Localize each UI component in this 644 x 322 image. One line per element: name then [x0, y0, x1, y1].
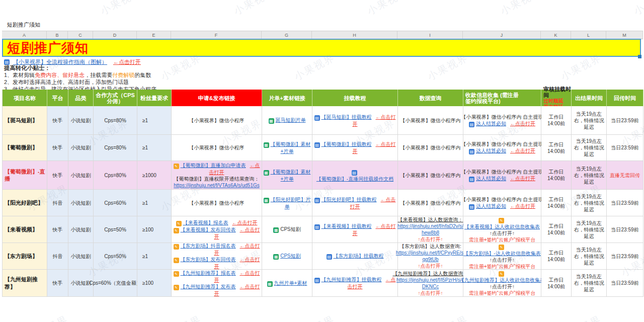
link[interactable]: ←点击打开	[232, 220, 258, 225]
column-header[interactable]: 项目名称	[3, 90, 47, 106]
link[interactable]: 【葡萄微剧】素材+片单	[271, 141, 311, 154]
link[interactable]: 【东方剧场】-达人收款信息收集表	[463, 251, 540, 256]
column-letter-C[interactable]: C	[68, 31, 93, 39]
link[interactable]: 【东方剧场】挂载教程	[334, 253, 384, 259]
column-header[interactable]: 收款信息收集 (需注册签约报税平台)	[463, 90, 541, 106]
link[interactable]: ←点击打开	[510, 176, 535, 181]
link[interactable]: 【葡萄微剧】挂载教程	[321, 141, 372, 147]
column-header[interactable]: 合作方式（CPS分佣）	[94, 90, 137, 106]
cell: ≥1	[137, 243, 172, 270]
cell: 【东方剧场】	[3, 243, 47, 270]
text: 当天19点左右，特殊情况延迟	[574, 138, 604, 157]
link[interactable]: CPS短剧	[280, 253, 301, 259]
cell: ▤【来看视频】挂载教程←点击打开	[312, 216, 398, 243]
link[interactable]: 【来看视频】挂载教程	[321, 223, 372, 229]
text: 工作日14:00前	[547, 223, 565, 235]
column-letter-L[interactable]: L	[571, 31, 606, 39]
link[interactable]: 【葡萄微剧】-直播间挂载操作文档	[316, 176, 393, 182]
text: 的集数	[134, 72, 151, 78]
cell: 当日23:59前	[607, 190, 643, 216]
link[interactable]: https://jinshuju.net/f/l5PzrH/s/o	[396, 277, 464, 283]
cell: 抖音	[47, 190, 68, 216]
form-icon: ✎	[174, 271, 179, 277]
link[interactable]: ←点击打开	[510, 148, 535, 153]
link[interactable]: 九州片单+素材	[274, 280, 307, 286]
column-header[interactable]: 粉丝量要求	[137, 90, 172, 106]
text: 小说短剧	[71, 200, 91, 206]
cell: 当日23:59前	[607, 106, 643, 135]
column-letter-G[interactable]: G	[262, 31, 312, 39]
column-letter-A[interactable]: A	[2, 31, 47, 39]
link[interactable]: 【九州短剧推荐】达人收款信息收集表	[459, 277, 545, 283]
text: 【东方剧场】达人数据查询:	[399, 244, 461, 249]
watermark-text: 小果视界	[231, 0, 277, 18]
column-letter-I[interactable]: I	[397, 31, 463, 39]
link[interactable]: ←点击打开	[510, 203, 535, 209]
cell: 【东方剧场】达人数据查询:https://jinshuju.net/f/CPxy…	[398, 243, 463, 270]
text: 【九州短剧推荐】	[5, 276, 38, 289]
form-icon: ✎	[174, 164, 179, 169]
link[interactable]: 达人结算必知	[476, 121, 506, 126]
doc-icon: ▤	[4, 59, 10, 65]
column-letter-H[interactable]: H	[312, 31, 397, 39]
column-letter-F[interactable]: F	[171, 31, 262, 39]
link[interactable]: https://jinshuju.net/f/VTAs6A/s/ud51Gs	[174, 183, 259, 188]
column-letter-D[interactable]: D	[93, 31, 137, 39]
link[interactable]: 【九州短剧推荐】挂载教程	[321, 277, 382, 282]
link[interactable]: DKNCc	[422, 284, 439, 289]
link[interactable]: https://jinshuju.net/f/nfaD2v/s/	[397, 223, 463, 229]
doc-icon: ▤	[469, 204, 474, 210]
watermark-text: 小果视界	[0, 0, 10, 18]
column-header[interactable]: 出结果时间	[572, 90, 607, 106]
column-header[interactable]: 挂载教程	[312, 90, 398, 106]
link[interactable]: https://jinshuju.net/f/CPxyRE/s/	[396, 250, 465, 256]
link[interactable]: 【九州短剧推荐】报名表	[181, 270, 236, 276]
link[interactable]: 【来看视频】报名表	[183, 220, 228, 225]
text: ≥1	[142, 145, 148, 150]
link[interactable]: 【阳光好剧吧】挂载教程	[321, 197, 377, 202]
column-letter-J[interactable]: J	[463, 31, 541, 39]
link[interactable]: 【东方剧场】抖音报名表	[181, 243, 236, 249]
link[interactable]: 【阳光好剧吧】片单	[271, 197, 311, 209]
link[interactable]: 【斑马短剧】挂载教程	[321, 114, 372, 120]
cell: 【小果视界】微信小程序内 自主提现▤达人结算必知←点击打开	[463, 106, 541, 135]
cell: 【斑马短剧】	[3, 106, 47, 135]
link[interactable]: qg9tUb	[422, 257, 438, 262]
link[interactable]: 斑马短剧片单	[276, 117, 306, 123]
sheet-icon: ▦	[269, 118, 274, 124]
column-header[interactable]: 回传时间	[607, 90, 643, 106]
cell: 直播无需回传	[607, 161, 643, 190]
column-letter-B[interactable]: B	[47, 31, 68, 39]
link[interactable]: 达人结算必知	[476, 203, 506, 209]
cell: 【小果视界】微信小程序内	[398, 190, 463, 216]
column-letter-M[interactable]: M	[606, 31, 643, 39]
column-header[interactable]: 审核挂载时间过时顺延周末顺延	[541, 90, 572, 106]
link[interactable]: 达人结算必知	[476, 148, 506, 153]
cell: 快手	[47, 161, 68, 190]
promo-table: 项目名称平台品类合作方式（CPS分佣）粉丝量要求申请&发布链接片单+素材链接挂载…	[2, 90, 643, 297]
text: ≥1	[142, 200, 148, 206]
column-header[interactable]: 品类	[68, 90, 94, 106]
column-letter-E[interactable]: E	[137, 31, 171, 39]
link[interactable]: 【葡萄微剧】直播加白申请表	[181, 163, 246, 168]
link[interactable]: 【东方剧场】发布回传表	[181, 257, 236, 262]
link[interactable]: 【来看视频】达人收款信息收集表	[464, 224, 540, 229]
column-header[interactable]: 数据查询	[398, 90, 463, 106]
column-header[interactable]: 申请&发布链接	[172, 90, 262, 106]
link[interactable]: hew8b8	[422, 230, 439, 235]
spreadsheet-app: 短剧推广须知 ABCDEFGHIJKLM 短剧推广须知 ▤ 【小果视界】全流程操…	[0, 0, 644, 322]
link[interactable]: 【葡萄微剧】素材+片单	[271, 169, 311, 182]
column-letter-K[interactable]: K	[541, 31, 571, 39]
link[interactable]: ←点击打开	[510, 121, 535, 126]
selection-handle[interactable]	[638, 55, 641, 58]
column-header[interactable]: 平台	[47, 90, 68, 106]
cell: 当日23:59前	[607, 216, 643, 243]
sheet-tab[interactable]: 短剧推广须知	[7, 21, 40, 29]
link[interactable]: 【来看视频】发布回传表	[181, 227, 236, 232]
text: 工作日14:00前	[547, 277, 565, 289]
cell: 快手	[47, 216, 68, 243]
link[interactable]: 达人结算必知	[476, 176, 506, 181]
link[interactable]: 【九州短剧推荐】发布表	[181, 284, 236, 289]
title-cell[interactable]: 短剧推广须知	[2, 39, 641, 57]
column-header[interactable]: 片单+素材链接	[262, 90, 312, 106]
